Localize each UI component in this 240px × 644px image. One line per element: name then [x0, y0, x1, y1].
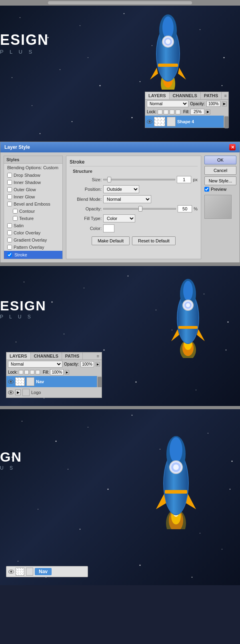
dialog-close-button[interactable]: ✕ — [229, 144, 236, 150]
reset-to-default-button[interactable]: Reset to Default — [132, 236, 176, 245]
ok-button[interactable]: OK — [204, 156, 236, 164]
stroke-checkbox[interactable] — [7, 252, 12, 257]
style-outer-glow[interactable]: Outer Glow — [4, 186, 62, 193]
layer-logo-item[interactable]: ▶ Logo — [6, 387, 102, 398]
tab-paths-mid[interactable]: PATHS — [62, 352, 83, 360]
lock-icon1-top[interactable] — [158, 110, 162, 114]
lock-icon2-top[interactable] — [164, 110, 168, 114]
cancel-button[interactable]: Cancel — [204, 166, 236, 175]
satin-checkbox[interactable] — [7, 223, 12, 228]
outer-glow-checkbox[interactable] — [7, 187, 12, 192]
make-default-button[interactable]: Make Default — [92, 236, 130, 245]
tab-layers-top[interactable]: LAYERS — [145, 92, 170, 99]
group-arrow-logo[interactable]: ▶ — [15, 390, 21, 395]
scrolltrack-nav[interactable] — [97, 376, 102, 387]
style-bevel-emboss[interactable]: Bevel and Emboss — [4, 200, 62, 208]
style-inner-shadow[interactable]: Inner Shadow — [4, 179, 62, 186]
position-label: Position: — [70, 187, 102, 192]
eye-icon-logo[interactable] — [8, 390, 14, 394]
style-gradient-overlay[interactable]: Gradient Overlay — [4, 236, 62, 244]
color-swatch[interactable] — [103, 224, 114, 232]
fill-label-top: Fill: — [183, 110, 190, 114]
inner-shadow-checkbox[interactable] — [7, 180, 12, 185]
design-text-top: ESIGN — [0, 32, 49, 48]
opacity-value-mid[interactable]: 100% — [80, 361, 94, 367]
gradient-overlay-checkbox[interactable] — [7, 238, 12, 242]
dialog-titlebar: Layer Style ✕ — [0, 142, 240, 152]
top-scrollbar[interactable] — [0, 0, 240, 6]
svg-point-7 — [72, 121, 72, 122]
lock-icon1-mid[interactable] — [19, 370, 23, 374]
svg-point-15 — [12, 77, 12, 78]
style-satin[interactable]: Satin — [4, 222, 62, 229]
plus-text-top: P L U S — [0, 49, 34, 55]
style-pattern-overlay[interactable]: Pattern Overlay — [4, 244, 62, 251]
style-stroke-active[interactable]: Stroke — [4, 251, 62, 259]
panel-menu-mid[interactable]: ≡ — [94, 352, 102, 360]
lock-icon3-top[interactable] — [170, 110, 174, 114]
svg-point-40 — [156, 310, 156, 310]
scrolltrack-top[interactable] — [224, 116, 228, 128]
style-blending-options[interactable]: Blending Options: Custom — [4, 164, 62, 172]
drop-shadow-checkbox[interactable] — [7, 173, 12, 178]
texture-checkbox[interactable] — [13, 216, 18, 221]
tab-channels-top[interactable]: CHANNELS — [170, 92, 201, 99]
svg-point-72 — [140, 565, 141, 566]
scrollthumb-top[interactable] — [224, 116, 228, 128]
tab-paths-top[interactable]: PATHS — [201, 92, 222, 99]
fill-value-top[interactable]: 25% — [190, 109, 204, 115]
style-texture[interactable]: Texture — [4, 215, 62, 222]
layer-item-shape4[interactable]: Shape 4 — [145, 116, 228, 128]
svg-point-75 — [200, 533, 200, 534]
preview-checkbox[interactable] — [204, 187, 209, 192]
rocket-bottom — [144, 425, 208, 529]
layer-nav-item[interactable]: Nav — [6, 376, 102, 387]
eye-icon-nav[interactable] — [8, 380, 14, 384]
layer-name-bar[interactable]: Nav — [35, 568, 52, 575]
fill-value-mid[interactable]: 100% — [50, 369, 64, 375]
tab-layers-mid[interactable]: LAYERS — [6, 352, 31, 360]
svg-point-55 — [183, 281, 193, 301]
svg-point-44 — [226, 350, 226, 350]
position-dropdown[interactable]: Outside Inside Center — [103, 185, 139, 193]
lock-icon2-mid[interactable] — [24, 370, 29, 374]
eye-icon-top[interactable] — [147, 120, 152, 124]
styles-header: Styles — [4, 156, 62, 164]
style-inner-glow[interactable]: Inner Glow — [4, 193, 62, 200]
svg-point-36 — [64, 334, 64, 334]
opacity-input[interactable] — [178, 205, 192, 212]
design-text-bottom: GN — [0, 449, 22, 465]
fill-arrow-top[interactable]: ▶ — [206, 110, 210, 114]
panel-menu-top[interactable]: ≡ — [222, 92, 229, 99]
lock-icon4-top[interactable] — [176, 110, 180, 114]
style-contour[interactable]: Contour — [4, 208, 62, 215]
tab-channels-mid[interactable]: CHANNELS — [31, 352, 62, 360]
new-style-button[interactable]: New Style... — [204, 176, 236, 185]
preview-box — [204, 195, 232, 219]
style-drop-shadow[interactable]: Drop Shadow — [4, 172, 62, 179]
lock-icon4-mid[interactable] — [36, 370, 40, 374]
lock-icon3-mid[interactable] — [30, 370, 34, 374]
style-color-overlay[interactable]: Color Overlay — [4, 229, 62, 236]
eye-icon-bar-bottom[interactable] — [8, 570, 14, 574]
scrollbar-thumb[interactable] — [48, 1, 192, 4]
size-input[interactable] — [177, 176, 191, 183]
bevel-emboss-checkbox[interactable] — [7, 202, 12, 206]
blend-mode-top[interactable]: Normal — [147, 100, 188, 107]
layer-style-dialog: Layer Style ✕ Styles Blending Options: C… — [0, 142, 240, 263]
opacity-value-top[interactable]: 100% — [206, 101, 220, 107]
fill-arrow-mid[interactable]: ▶ — [65, 370, 69, 374]
inner-glow-checkbox[interactable] — [7, 194, 12, 199]
blend-mode-dropdown[interactable]: Normal — [103, 195, 151, 203]
size-slider[interactable] — [103, 179, 175, 180]
opacity-slider[interactable] — [103, 208, 176, 210]
opacity-arrow-mid[interactable]: ▶ — [96, 362, 100, 366]
fill-type-dropdown[interactable]: Color Gradient Pattern — [103, 214, 135, 222]
contour-checkbox[interactable] — [13, 209, 18, 214]
svg-point-33 — [52, 302, 53, 303]
top-canvas: ESIGN P L U S LAYER — [0, 6, 240, 142]
color-overlay-checkbox[interactable] — [7, 230, 12, 235]
opacity-arrow-top[interactable]: ▶ — [222, 102, 227, 106]
pattern-overlay-checkbox[interactable] — [7, 245, 12, 250]
blend-mode-mid[interactable]: Normal — [8, 361, 62, 368]
